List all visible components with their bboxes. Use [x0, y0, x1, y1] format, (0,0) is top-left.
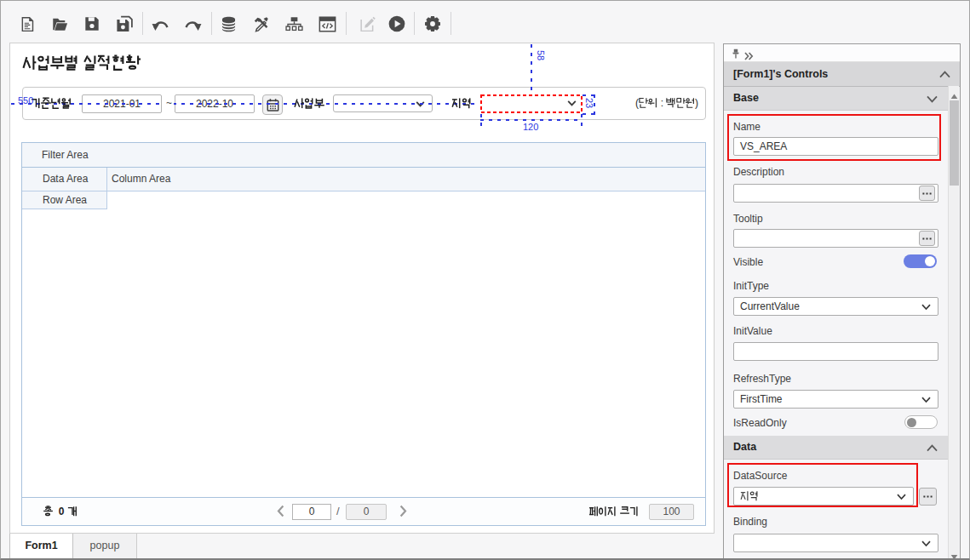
scroll-down-arrow[interactable] — [950, 549, 958, 557]
inittype-select[interactable]: CurrentValue — [733, 297, 938, 316]
undo-button[interactable] — [151, 14, 171, 34]
run-button[interactable] — [387, 14, 407, 34]
hangul-glyph — [50, 55, 65, 70]
current-page-value: 0 — [309, 506, 315, 517]
settings-button[interactable] — [422, 14, 443, 34]
toggle-knob — [907, 418, 916, 427]
tab-form1[interactable]: Form1 — [9, 534, 73, 559]
hangul-glyph — [740, 491, 749, 501]
scroll-up-arrow[interactable] — [950, 89, 958, 97]
hangul-glyph — [749, 491, 759, 501]
hangul-glyph — [51, 98, 61, 109]
page-size-box[interactable]: 100 — [649, 504, 694, 520]
open-file-icon — [51, 15, 69, 33]
hangul-glyph — [41, 98, 51, 109]
open-file-button[interactable] — [49, 14, 70, 34]
page-size-value: 100 — [663, 506, 680, 517]
guide-label-top-offset: 58 — [536, 50, 545, 60]
edit-button-disabled[interactable] — [357, 14, 377, 34]
visible-toggle-on[interactable] — [904, 254, 937, 268]
panel-pin-strip — [724, 44, 960, 62]
initvalue-label: InitValue — [733, 325, 772, 337]
pivot-column-area[interactable]: Column Area — [107, 168, 705, 191]
refreshtype-select[interactable]: FirstTime — [733, 390, 938, 409]
guide-label-height: 23 — [584, 98, 594, 108]
pivot-data-area[interactable]: Data Area — [22, 168, 107, 191]
hangul-glyph — [607, 506, 617, 517]
database-button[interactable] — [218, 14, 238, 34]
guide-label-width: 120 — [523, 123, 538, 132]
triangle-up-icon — [950, 93, 958, 100]
section-data-label: Data — [724, 441, 756, 453]
pivot-row-area[interactable]: Row Area — [22, 191, 107, 209]
toolbar-separator — [346, 12, 347, 35]
tooltip-input[interactable] — [733, 229, 938, 248]
guide-label-left-offset: 550 — [18, 96, 33, 106]
save-all-button[interactable] — [114, 14, 135, 34]
description-input[interactable] — [733, 184, 938, 203]
code-window-button[interactable] — [317, 14, 337, 34]
panel-scrollbar[interactable] — [948, 86, 959, 560]
settings-gear-icon — [423, 14, 442, 33]
division-label — [294, 88, 324, 119]
region-select-selected[interactable] — [480, 94, 583, 113]
edit-icon — [359, 15, 376, 33]
chevron-left-icon — [277, 505, 284, 517]
total-count: 0 — [43, 498, 77, 525]
hangul-glyph — [126, 55, 141, 70]
guide-line-left-offset — [11, 103, 479, 105]
binding-select[interactable] — [733, 534, 938, 552]
section-data[interactable]: Data — [724, 436, 949, 460]
base-month-label — [31, 88, 72, 119]
hangul-glyph — [451, 98, 462, 109]
hangul-glyph — [629, 506, 639, 517]
toolbar-separator — [211, 12, 212, 35]
tools-icon — [252, 15, 270, 33]
region-label — [451, 88, 472, 119]
description-ellipsis-button[interactable] — [919, 186, 935, 201]
section-base[interactable]: Base — [724, 87, 949, 111]
hangul-glyph — [666, 98, 675, 108]
calendar-button[interactable] — [262, 94, 283, 115]
prev-page-button[interactable] — [277, 505, 285, 518]
binding-label: Binding — [733, 516, 767, 528]
chevron-down-icon — [897, 494, 906, 500]
panel-header[interactable]: [Form1]'s Controls — [724, 62, 960, 87]
new-document-button[interactable] — [17, 14, 37, 34]
name-input[interactable]: VS_AREA — [733, 137, 938, 156]
redo-button[interactable] — [182, 14, 203, 34]
tools-button[interactable] — [250, 14, 271, 34]
initvalue-input[interactable] — [733, 342, 938, 361]
next-page-button[interactable] — [399, 505, 408, 518]
redo-icon — [183, 16, 202, 31]
tooltip-label: Tooltip — [733, 213, 763, 225]
chevron-down-icon — [921, 304, 931, 311]
save-button[interactable] — [82, 14, 102, 34]
properties-panel: [Form1]'s Controls Base Name VS_AREA Des… — [723, 43, 961, 560]
tab-popup[interactable]: popup — [73, 534, 137, 559]
toolbar-separator — [142, 12, 143, 35]
datasource-select[interactable] — [733, 487, 914, 506]
scrollbar-thumb[interactable] — [950, 100, 959, 186]
hangul-glyph — [588, 506, 598, 517]
sitemap-button[interactable] — [284, 14, 304, 34]
total-pages-box: 0 — [346, 504, 387, 520]
calendar-icon — [266, 98, 280, 112]
toolbar-separator — [451, 12, 451, 35]
hangul-glyph — [639, 98, 648, 108]
isreadonly-toggle-off[interactable] — [904, 415, 938, 429]
datasource-ellipsis-button[interactable] — [919, 488, 937, 506]
pivot-filter-area[interactable]: Filter Area — [22, 143, 705, 168]
new-document-icon — [19, 15, 36, 33]
hangul-glyph — [598, 506, 607, 517]
guide-line-top-offset — [531, 44, 532, 95]
report-title — [22, 54, 141, 72]
current-page-input[interactable]: 0 — [292, 504, 331, 520]
page-size-label — [588, 498, 639, 525]
pin-panel-button[interactable] — [731, 48, 741, 63]
form-design-canvas[interactable]: 2021-01 ~ 2022-10 ( : ) 550 58 23 — [9, 43, 715, 534]
tooltip-ellipsis-button[interactable] — [919, 231, 935, 246]
section-base-label: Base — [724, 92, 759, 104]
hangul-glyph — [37, 55, 51, 70]
description-label: Description — [733, 166, 784, 178]
